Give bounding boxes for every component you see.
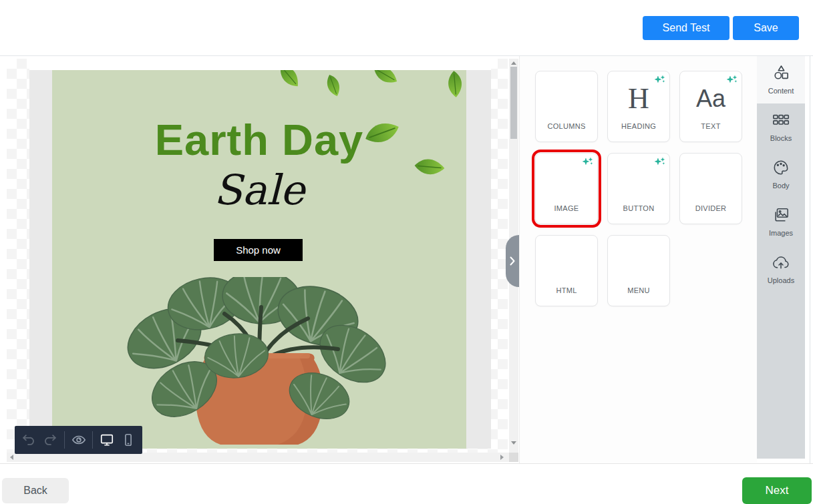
block-label: BUTTON — [623, 204, 655, 212]
content-blocks-panel: COLUMNSHHEADINGAaTEXTIMAGEBUTTONDIVIDERH… — [519, 56, 757, 463]
preview-eye-icon[interactable] — [71, 432, 87, 448]
heading-icon: H — [628, 83, 649, 114]
sidebar-item-label: Uploads — [768, 276, 794, 284]
block-label: COLUMNS — [547, 122, 585, 130]
sidebar-item-label: Body — [772, 182, 789, 190]
leaf-decoration — [373, 70, 398, 87]
text-icon: Aa — [696, 83, 725, 114]
block-label: HTML — [556, 286, 577, 294]
sidebar-item-label: Content — [768, 87, 794, 95]
ai-sparkle-icon — [725, 75, 738, 87]
block-card-columns[interactable]: COLUMNS — [535, 71, 598, 142]
hero-script-text[interactable]: Sale — [52, 168, 466, 213]
hero-heading-text[interactable]: Earth Day — [52, 118, 466, 162]
ai-sparkle-icon — [581, 157, 593, 169]
block-label: IMAGE — [554, 204, 579, 212]
desktop-icon[interactable] — [99, 432, 115, 448]
email-top-row[interactable] — [29, 59, 491, 70]
preview-toolbar — [15, 426, 142, 454]
block-label: MENU — [627, 286, 650, 294]
block-card-image[interactable]: IMAGE — [535, 153, 598, 224]
bottom-bar: Back Next — [0, 463, 813, 504]
upload-cloud-icon — [772, 254, 790, 273]
chevron-right-icon — [509, 256, 516, 266]
potted-plant-image[interactable] — [118, 277, 401, 449]
sidebar-item-images[interactable]: Images — [757, 198, 805, 246]
leaf-decoration — [441, 70, 466, 98]
leaf-decoration — [322, 74, 345, 97]
back-button[interactable]: Back — [2, 478, 69, 503]
block-card-text[interactable]: AaTEXT — [679, 71, 742, 142]
sidebar-item-label: Blocks — [770, 134, 792, 142]
save-button[interactable]: Save — [733, 16, 799, 40]
sidebar-item-label: Images — [769, 229, 793, 237]
email-builder-page: Send Test Save Earth Day Sale Shop now — [0, 0, 813, 504]
block-card-button[interactable]: BUTTON — [607, 153, 670, 224]
block-card-menu[interactable]: MENU — [607, 235, 670, 306]
leaf-decoration — [279, 70, 301, 87]
scroll-right-arrow[interactable] — [500, 455, 504, 460]
horizontal-scrollbar[interactable] — [7, 453, 509, 462]
ai-sparkle-icon — [653, 75, 665, 87]
palette-icon — [772, 160, 790, 178]
redo-icon[interactable] — [42, 432, 58, 448]
top-bar: Send Test Save — [0, 0, 813, 56]
vertical-scrollbar-thumb[interactable] — [510, 67, 517, 139]
panel-collapse-handle[interactable] — [506, 235, 519, 287]
toolbar-divider — [92, 431, 93, 449]
scrollbar-corner — [509, 453, 518, 462]
email-hero-section[interactable]: Earth Day Sale Shop now — [52, 70, 466, 449]
editor-mode-sidebar: ContentBlocksBodyImagesUploads — [757, 56, 805, 459]
block-card-heading[interactable]: HHEADING — [607, 71, 670, 142]
next-button[interactable]: Next — [742, 477, 812, 504]
scroll-left-arrow[interactable] — [10, 455, 13, 460]
block-label: HEADING — [621, 122, 656, 130]
scroll-down-arrow[interactable] — [511, 441, 516, 445]
sidebar-item-blocks[interactable]: Blocks — [757, 103, 805, 151]
undo-icon[interactable] — [21, 432, 37, 448]
blocks-grid: COLUMNSHHEADINGAaTEXTIMAGEBUTTONDIVIDERH… — [535, 71, 742, 306]
sidebar-item-body[interactable]: Body — [757, 151, 805, 198]
sidebar-item-content[interactable]: Content — [757, 56, 805, 103]
block-card-divider[interactable]: DIVIDER — [679, 153, 742, 224]
block-label: TEXT — [701, 122, 720, 130]
block-label: DIVIDER — [695, 204, 727, 212]
mobile-icon[interactable] — [120, 432, 136, 448]
block-card-html[interactable]: HTML — [535, 235, 598, 306]
images-icon — [772, 207, 790, 226]
sidebar-item-uploads[interactable]: Uploads — [757, 246, 805, 293]
send-test-button[interactable]: Send Test — [643, 16, 729, 40]
toolbar-divider — [64, 431, 65, 449]
ai-sparkle-icon — [653, 157, 665, 169]
scroll-up-arrow[interactable] — [511, 61, 516, 65]
blocks-grid-icon — [772, 112, 790, 131]
content-shapes-icon — [772, 65, 790, 83]
shop-now-button[interactable]: Shop now — [214, 239, 303, 261]
panel-edge-divider — [810, 56, 810, 463]
email-canvas: Earth Day Sale Shop now — [7, 59, 508, 453]
